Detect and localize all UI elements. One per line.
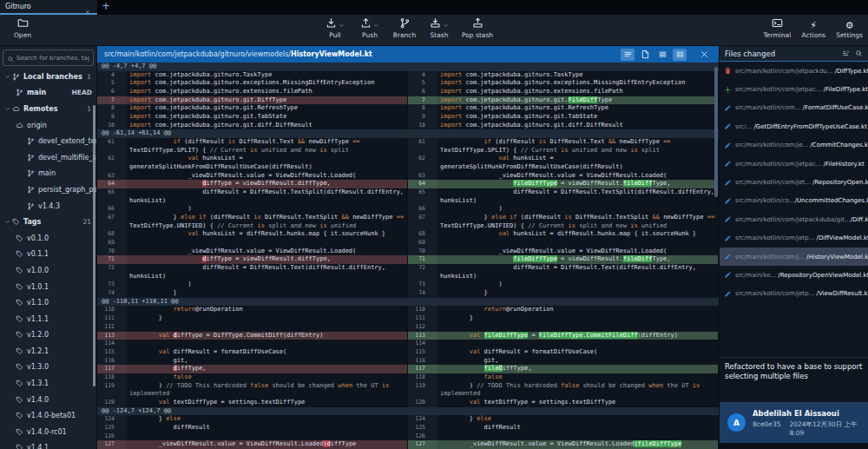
pull-button[interactable]: Pull bbox=[323, 17, 347, 39]
sidebar-item-tags[interactable]: Tags21 bbox=[0, 214, 96, 230]
diff-line-new: 4import com.jetpackduba.gitnuro.TaskType bbox=[408, 71, 719, 80]
diff-body[interactable]: @@ -4,7 +4,7 @@4import com.jetpackduba.g… bbox=[97, 63, 719, 449]
tab-gitnuro[interactable]: Gitnuro bbox=[0, 0, 97, 15]
sidebar-item-v1-4-0[interactable]: v1.4.0 bbox=[0, 392, 96, 408]
sidebar-item-main[interactable]: mainHEAD bbox=[0, 85, 96, 102]
sidebar-item-v0-1-1[interactable]: v0.1.1 bbox=[0, 247, 96, 263]
hunks-view-icon[interactable] bbox=[621, 49, 635, 61]
search-icon[interactable] bbox=[855, 50, 863, 57]
sidebar-item-local-branches[interactable]: Local branches1 bbox=[0, 69, 96, 85]
line-number: 63 bbox=[408, 172, 437, 181]
branch-icon bbox=[399, 16, 411, 32]
chevron-down-icon[interactable] bbox=[373, 16, 379, 32]
split-view-icon[interactable] bbox=[673, 49, 687, 61]
diff-line-new: 127 _viewDiffResult.value = ViewDiffResu… bbox=[408, 440, 719, 449]
files-changed-panel: Files changed src/main/kotlin/com/jetpac… bbox=[719, 46, 868, 449]
diff-line-row: 117 diffType,117 fileDiffType, bbox=[97, 365, 719, 373]
branch-search-box[interactable] bbox=[3, 50, 94, 66]
diff-line-new: 112 bbox=[408, 323, 719, 332]
line-number: 10 bbox=[408, 122, 437, 130]
file-changed-item[interactable]: src/main/kotlin/com... /FormatDiffUseCas… bbox=[720, 99, 868, 117]
sidebar-item-persist-graph-paddin[interactable]: persist_graph_paddin bbox=[0, 182, 96, 198]
diff-line-old: 65 diffResult = DiffResult.TextSplit(dif… bbox=[97, 188, 408, 205]
sidebar-item-v1-2-1[interactable]: v1.2.1 bbox=[0, 343, 96, 360]
sidebar-item-v1-1-0[interactable]: v1.1.0 bbox=[0, 294, 96, 311]
pop-stash-button[interactable]: Pop stash bbox=[462, 17, 493, 39]
file-changed-item[interactable]: src/... /GetDiffEntryFromDiffTypeUseCase… bbox=[720, 117, 868, 135]
diff-line-row: 124 } else124 } else bbox=[97, 415, 719, 424]
commit-author-card[interactable]: A Abdelilah El Aissaoui 8ce0e35 2024年12月… bbox=[720, 402, 868, 443]
line-number: 7 bbox=[408, 96, 437, 105]
sidebar-item-devel-multifile-select[interactable]: devel_multifile_select bbox=[0, 149, 96, 166]
chevron-down-icon[interactable] bbox=[4, 106, 10, 112]
file-changed-item[interactable]: src/main/kotlin/com/jetp... /ViewDiffRes… bbox=[720, 285, 868, 303]
tab-close-icon[interactable] bbox=[84, 3, 92, 10]
file-changed-item[interactable]: src/main/kotlin/com/jet... /RepositoryOp… bbox=[720, 173, 868, 191]
file-changed-item[interactable]: src/main/kotlin/com/jetpackdu... /DiffTy… bbox=[720, 62, 868, 80]
open-button[interactable]: Open bbox=[10, 17, 35, 39]
chevron-down-icon[interactable] bbox=[443, 16, 449, 32]
diff-line-old: 7import com.jetpackduba.gitnuro.git.Diff… bbox=[97, 96, 408, 105]
sidebar-item-v1-3-1[interactable]: v1.3.1 bbox=[0, 375, 96, 392]
line-number: 62 bbox=[408, 155, 437, 171]
line-number: 116 bbox=[97, 357, 127, 366]
sidebar-item-v1-1-1[interactable]: v1.1.1 bbox=[0, 311, 96, 327]
actions-button[interactable]: ⚡Actions bbox=[801, 17, 825, 39]
sidebar-item-v1-0-1[interactable]: v1.0.1 bbox=[0, 279, 96, 295]
sidebar-item-v1-0-0[interactable]: v1.0.0 bbox=[0, 262, 96, 279]
file-changed-item[interactable]: src/main/kotlin/com/j... /HistoryViewMod… bbox=[720, 248, 868, 266]
search-input[interactable] bbox=[16, 55, 89, 62]
folder-open-icon bbox=[17, 16, 29, 32]
terminal-button[interactable]: Terminal bbox=[764, 17, 792, 39]
file-changed-item[interactable]: src/main/kotlin/com/jetpac... /FileHisto… bbox=[720, 155, 868, 173]
chevron-down-icon[interactable] bbox=[339, 16, 345, 32]
sidebar-item-v1-4-1[interactable]: v1.4.1 bbox=[0, 440, 96, 449]
sidebar-item-v1-2-0[interactable]: v1.2.0 bbox=[0, 327, 96, 344]
diff-line-old: 66 ) bbox=[97, 205, 408, 214]
diff-line-old: 70 _viewDiffResult.value = ViewDiffResul… bbox=[97, 248, 408, 256]
diff-line-old: 126 bbox=[97, 432, 408, 441]
diff-line-new: 6import com.jetpackduba.gitnuro.extensio… bbox=[408, 88, 719, 96]
sidebar-item-v1-4-0-beta01[interactable]: v1.4.0-beta01 bbox=[0, 407, 96, 424]
sidebar-scrollbar[interactable] bbox=[93, 105, 96, 386]
chevron-down-icon[interactable] bbox=[4, 74, 10, 80]
chevron-down-icon[interactable] bbox=[4, 219, 10, 225]
close-icon[interactable] bbox=[697, 49, 711, 61]
toolbar-right-group: Terminal⚡Actions⚙Settings bbox=[764, 17, 863, 39]
file-changed-item[interactable]: src/main/kotlin/com/je... /CommitChanges… bbox=[720, 136, 868, 155]
diff-line-row: 8import com.jetpackduba.gitnuro.git.Refr… bbox=[97, 104, 719, 113]
line-number: 110 bbox=[408, 306, 437, 314]
diff-scrollbar[interactable] bbox=[714, 67, 718, 197]
file-changed-item[interactable]: src/main/ko... /RepositoryOpenViewModel.… bbox=[720, 266, 868, 284]
diff-line-new: 8import com.jetpackduba.gitnuro.git.Refr… bbox=[408, 104, 719, 113]
settings-button[interactable]: ⚙Settings bbox=[836, 17, 863, 39]
sidebar-item-v1-4-0-rc01[interactable]: v1.4.0-rc01 bbox=[0, 424, 96, 440]
diff-line-old: 116 git, bbox=[97, 357, 408, 366]
sidebar-item-v0-1-0[interactable]: v0.1.0 bbox=[0, 230, 96, 247]
tag-icon bbox=[16, 444, 23, 449]
line-number: 7 bbox=[97, 96, 127, 105]
sidebar-item-devel-extend-termina[interactable]: devel_extend_termina bbox=[0, 133, 96, 149]
new-tab-button[interactable]: + bbox=[97, 0, 115, 15]
tag-icon bbox=[16, 250, 23, 258]
sidebar-item-remotes[interactable]: Remotes1 bbox=[0, 101, 96, 117]
unified-view-icon[interactable] bbox=[655, 49, 669, 61]
file-changed-item[interactable]: src/main/kotlin/com/jetpac... /FileDiffT… bbox=[720, 80, 868, 98]
sidebar-item-origin[interactable]: origin bbox=[0, 117, 96, 134]
sidebar-item-v1-4-3[interactable]: v1.4.3 bbox=[0, 198, 96, 215]
sidebar-item-main[interactable]: main bbox=[0, 166, 96, 182]
tree-view-toggle-icon[interactable] bbox=[842, 50, 850, 57]
toolbar-left-group: Open bbox=[10, 17, 35, 39]
push-button[interactable]: Push bbox=[358, 17, 382, 39]
diff-line-row: 115 val diffResult = formatDiffUseCase(1… bbox=[97, 348, 719, 357]
diff-line-old: 124 } else bbox=[97, 415, 408, 424]
file-changed-item[interactable]: src/main/kotlin/co.../UncommittedChanges… bbox=[720, 192, 868, 210]
file-changed-item[interactable]: src/main/kotlin/com/jetp... /DiffViewMod… bbox=[720, 229, 868, 248]
sidebar-item-v1-3-0[interactable]: v1.3.0 bbox=[0, 360, 96, 376]
stash-button[interactable]: Stash bbox=[427, 17, 451, 39]
branch-button[interactable]: Branch bbox=[392, 17, 417, 39]
diff-line-row: 4import com.jetpackduba.gitnuro.TaskType… bbox=[97, 71, 719, 80]
diff-file-path: src/main/kotlin/com/jetpackduba/gitnuro/… bbox=[104, 50, 617, 58]
file-changed-item[interactable]: src/main/kotlin/com/jetpackduba/git.../D… bbox=[720, 210, 868, 228]
file-text-icon[interactable] bbox=[638, 49, 652, 61]
